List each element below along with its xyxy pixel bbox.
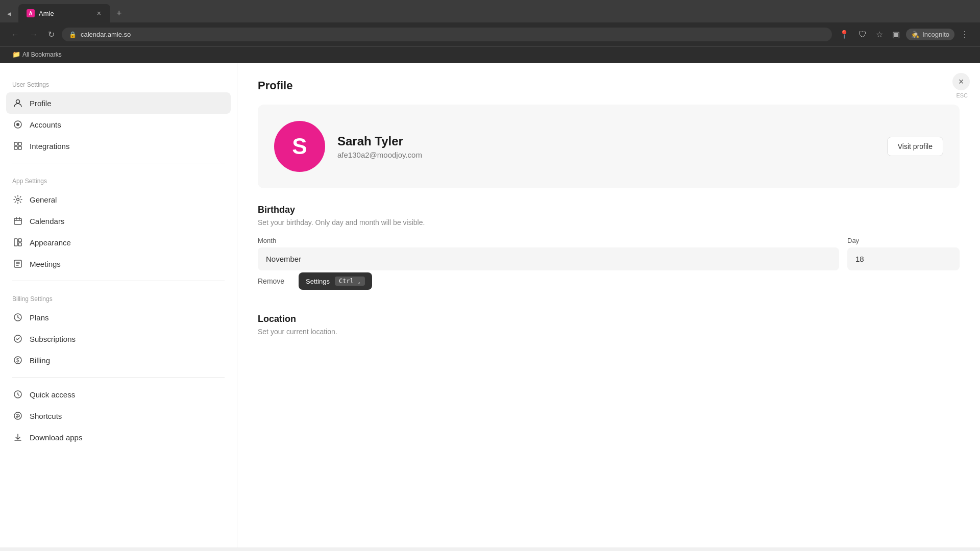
billing-label: Billing <box>30 356 225 365</box>
sidebar-icon-btn[interactable]: ▣ <box>889 27 903 42</box>
nav-bar: ← → ↻ 🔒 calendar.amie.so 📍 🛡 ☆ ▣ 🕵 Incog… <box>0 22 980 46</box>
location-desc: Set your current location. <box>258 328 960 336</box>
tab-title: Amie <box>39 10 92 17</box>
remove-wrapper: Remove Settings Ctrl , <box>258 277 284 297</box>
settings-tooltip: Settings Ctrl , <box>299 272 372 290</box>
quick-access-icon <box>12 389 23 400</box>
more-btn[interactable]: ⋮ <box>958 27 972 42</box>
sidebar-item-subscriptions[interactable]: Subscriptions <box>0 328 237 349</box>
birthday-fields: Month November Day 18 <box>258 237 960 270</box>
month-input[interactable]: November <box>258 247 839 270</box>
sidebar-item-integrations[interactable]: Integrations <box>0 135 237 157</box>
tab-close-btn[interactable]: × <box>96 8 102 18</box>
svg-rect-3 <box>14 142 17 145</box>
sidebar-item-profile[interactable]: Profile <box>6 92 231 114</box>
accounts-icon <box>12 119 23 130</box>
sidebar-item-general[interactable]: General <box>0 189 237 210</box>
profile-icon <box>12 97 23 109</box>
browser-chrome: ◂ A Amie × + ← → ↻ 🔒 calendar.amie.so 📍 … <box>0 0 980 63</box>
bookmarks-bar: 📁 All Bookmarks <box>0 46 980 63</box>
general-icon <box>12 194 23 205</box>
sidebar-item-accounts[interactable]: Accounts <box>0 114 237 135</box>
sidebar-item-plans[interactable]: Plans <box>0 307 237 328</box>
calendars-icon <box>12 215 23 227</box>
plans-label: Plans <box>30 313 225 322</box>
general-label: General <box>30 195 225 204</box>
back-btn[interactable]: ← <box>8 27 22 42</box>
location-icon-btn[interactable]: 📍 <box>836 27 852 42</box>
shield-icon-btn[interactable]: 🛡 <box>855 27 870 42</box>
close-btn[interactable]: × <box>952 73 970 90</box>
download-apps-icon <box>12 432 23 443</box>
esc-label: ESC <box>956 92 968 98</box>
svg-rect-4 <box>18 142 21 145</box>
bookmarks-folder[interactable]: 📁 All Bookmarks <box>8 49 66 60</box>
svg-point-18 <box>14 412 21 419</box>
tab-nav-group: ◂ <box>4 7 14 20</box>
sidebar: User Settings Profile Accounts <box>0 63 237 547</box>
app-content: User Settings Profile Accounts <box>0 63 980 547</box>
svg-point-0 <box>16 100 20 104</box>
forward-btn[interactable]: → <box>27 27 41 42</box>
appearance-icon <box>12 237 23 248</box>
shortcuts-label: Shortcuts <box>30 412 225 420</box>
folder-icon: 📁 <box>12 51 20 58</box>
bookmarks-label: All Bookmarks <box>22 51 62 58</box>
tab-bar: ◂ A Amie × + <box>0 0 980 22</box>
sidebar-item-download-apps[interactable]: Download apps <box>0 427 237 448</box>
month-field-group: Month November <box>258 237 839 270</box>
sidebar-item-shortcuts[interactable]: Shortcuts <box>0 405 237 427</box>
svg-rect-6 <box>18 146 21 149</box>
profile-email: afe130a2@moodjoy.com <box>337 151 875 159</box>
plans-icon <box>12 312 23 323</box>
meetings-icon <box>12 258 23 269</box>
tab-item-amie[interactable]: A Amie × <box>18 4 110 22</box>
sidebar-item-meetings[interactable]: Meetings <box>0 253 237 274</box>
integrations-icon <box>12 140 23 152</box>
incognito-icon: 🕵 <box>911 31 919 38</box>
app-settings-label: App Settings <box>0 169 237 189</box>
lock-icon: 🔒 <box>69 31 77 38</box>
incognito-badge[interactable]: 🕵 Incognito <box>906 29 954 40</box>
tab-list-btn[interactable]: ◂ <box>4 7 14 20</box>
nav-right-icons: 📍 🛡 ☆ ▣ 🕵 Incognito ⋮ <box>836 27 972 42</box>
divider-1 <box>12 163 225 163</box>
sidebar-item-billing[interactable]: $ Billing <box>0 349 237 371</box>
location-section: Location Set your current location. <box>258 314 960 336</box>
profile-info: Sarah Tyler afe130a2@moodjoy.com <box>337 134 875 159</box>
refresh-btn[interactable]: ↻ <box>45 27 58 42</box>
sidebar-item-calendars[interactable]: Calendars <box>0 210 237 232</box>
download-apps-label: Download apps <box>30 433 225 442</box>
avatar: S <box>274 121 325 172</box>
remove-link[interactable]: Remove <box>258 277 284 285</box>
incognito-label: Incognito <box>922 31 949 38</box>
month-label: Month <box>258 237 839 244</box>
tooltip-settings-label: Settings <box>306 278 330 285</box>
svg-rect-5 <box>14 146 17 149</box>
profile-card: S Sarah Tyler afe130a2@moodjoy.com Visit… <box>258 105 960 188</box>
divider-2 <box>12 281 225 281</box>
subscriptions-label: Subscriptions <box>30 335 225 343</box>
svg-point-7 <box>17 198 19 201</box>
day-label: Day <box>847 237 960 244</box>
billing-settings-label: Billing Settings <box>0 287 237 307</box>
star-icon-btn[interactable]: ☆ <box>873 27 886 42</box>
svg-rect-8 <box>14 218 21 224</box>
svg-point-2 <box>16 123 19 126</box>
shortcuts-icon <box>12 410 23 421</box>
svg-rect-11 <box>18 243 21 246</box>
integrations-label: Integrations <box>30 142 225 151</box>
calendars-label: Calendars <box>30 217 225 226</box>
birthday-desc: Set your birthday. Only day and month wi… <box>258 218 960 227</box>
visit-profile-btn[interactable]: Visit profile <box>887 137 943 156</box>
day-input[interactable]: 18 <box>847 247 960 270</box>
day-field-group: Day 18 <box>847 237 960 270</box>
sidebar-item-quick-access[interactable]: Quick access <box>0 384 237 405</box>
url-display: calendar.amie.so <box>81 31 825 38</box>
new-tab-btn[interactable]: + <box>112 6 126 21</box>
address-bar[interactable]: 🔒 calendar.amie.so <box>62 28 832 41</box>
sidebar-item-appearance[interactable]: Appearance <box>0 232 237 253</box>
tab-favicon: A <box>27 9 35 17</box>
accounts-label: Accounts <box>30 120 225 129</box>
svg-text:$: $ <box>16 358 19 363</box>
